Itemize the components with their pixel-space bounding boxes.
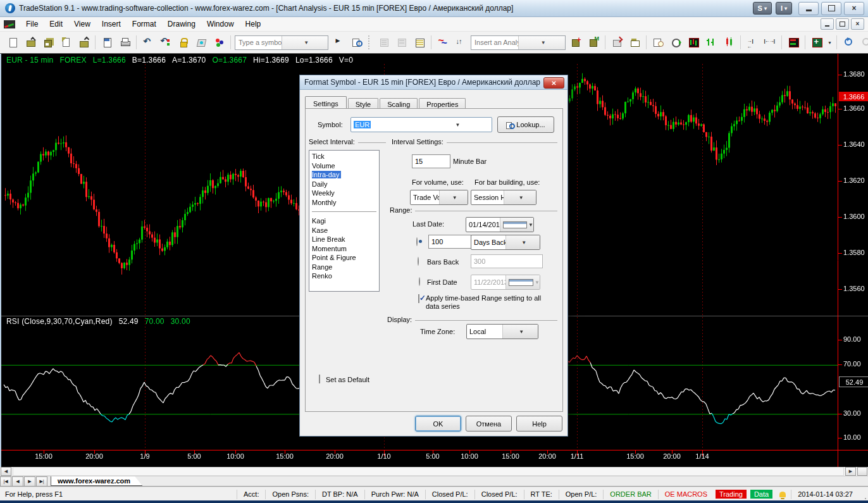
bar-building-dropdown[interactable]: Session Hours▼ [471,190,536,205]
shortcuts-i-button[interactable]: I▾ [776,2,792,15]
analysis-group-combo[interactable]: Insert an Analysis Group▼ [471,35,566,50]
calendar-dropdown-icon[interactable]: ▼ [500,218,534,232]
help-button[interactable]: Help [516,416,562,432]
interval-option[interactable]: Weekly [309,189,379,198]
save-macro-button[interactable] [585,34,602,51]
zoom-in-button[interactable] [840,34,857,51]
dialog-close-button[interactable]: ✕ [543,77,564,89]
workspace-tab[interactable]: www.forex-warez.com [51,476,142,486]
menu-file[interactable]: File [20,18,44,30]
alert-bell-icon[interactable] [779,492,786,497]
import-page-button[interactable] [58,34,74,51]
symbol-combobox[interactable]: EUR ▼ [350,117,492,132]
folder-up-button[interactable] [75,34,92,51]
restore-button[interactable] [821,2,841,15]
menu-insert[interactable]: Insert [96,18,127,30]
interval-option[interactable]: Renko [309,271,379,281]
chart-folder-button[interactable] [626,34,643,51]
interval-option[interactable]: Tick [309,152,379,161]
tab-prev-button[interactable]: ◀ [12,476,23,487]
save-all-button[interactable] [40,34,56,51]
tab-first-button[interactable]: |◀ [0,476,11,487]
scroll-left-button[interactable]: ◀ [1,467,11,476]
child-restore-button[interactable] [836,18,849,30]
symbol-lookup-button[interactable] [348,34,364,51]
go-arrow-button[interactable] [330,34,347,51]
tick-bars-button[interactable] [703,34,719,51]
ok-button[interactable]: OK [415,416,461,432]
scrollbar-track[interactable] [13,467,844,476]
menu-window[interactable]: Window [201,18,240,30]
chevron-down-icon[interactable]: ▼ [518,36,566,49]
range-unit-dropdown[interactable]: Days Back▼ [471,235,540,250]
order-bar-indicator[interactable]: ORDER BAR [603,490,657,499]
apply-range-checkbox[interactable] [418,294,419,303]
interval-option[interactable]: Range [309,263,379,272]
menu-edit[interactable]: Edit [44,18,68,30]
pan-chart-button[interactable] [809,34,825,51]
child-minimize-button[interactable] [821,18,834,30]
bars-back-input[interactable]: 300 [471,254,543,268]
scroll-right-button[interactable]: ▶ [845,467,856,476]
close-button[interactable]: × [844,2,864,15]
volume-source-dropdown[interactable]: Trade Vol▼ [410,190,468,205]
symbol-command-combo[interactable]: Type a symbol/command▼ [235,35,328,50]
interval-listbox[interactable]: TickVolumeIntra-dayDailyWeeklyMonthlyKag… [309,150,380,292]
calendar-clock-button[interactable] [650,34,666,51]
menu-view[interactable]: View [68,18,96,30]
days-back-radio[interactable] [416,237,418,246]
resize-grip[interactable] [859,487,868,501]
interval-option[interactable]: Kase [309,226,379,235]
print-preview-button[interactable] [99,34,115,51]
cancel-button[interactable]: Отмена [466,416,512,432]
undo-arrow-button[interactable] [140,34,156,51]
compress-bars-button[interactable] [744,34,760,51]
interval-option[interactable]: Monthly [309,198,379,208]
minimize-button[interactable] [798,2,819,15]
chart-wave-button[interactable] [435,34,451,51]
interval-option[interactable]: Point & Figure [309,253,379,263]
dialog-title-bar[interactable]: Format Symbol - EUR 15 min [FOREX] Евро … [300,75,567,90]
lookup-button[interactable]: Lookup... [497,116,554,133]
candle-style-button[interactable] [721,34,737,51]
tab-next-button[interactable]: ▶ [24,476,35,487]
menu-help[interactable]: Help [240,18,267,30]
shortcuts-s-button[interactable]: S▾ [753,2,772,15]
last-date-picker[interactable]: 01/14/2014 ▼ [466,217,534,232]
new-document-button[interactable] [4,34,21,51]
days-back-input[interactable]: 100 [428,235,471,249]
chevron-down-icon[interactable]: ▼ [421,118,492,132]
first-date-picker[interactable]: 11/22/2013 ▼ [471,275,540,290]
interval-option[interactable]: Volume [309,161,379,171]
oe-macros-indicator[interactable]: OE MACROS [658,490,714,499]
time-zone-dropdown[interactable]: Local▼ [466,324,538,339]
set-as-default-checkbox[interactable] [319,375,320,383]
interval-option[interactable]: Line Break [309,235,379,244]
expand-bars-button[interactable] [762,34,778,51]
tab-last-button[interactable]: ▶| [36,476,47,487]
volume-bars-button[interactable] [685,34,702,51]
save-analysis-button[interactable] [567,34,584,51]
color-bars-button[interactable] [785,34,802,51]
symbol-wand-button[interactable] [193,34,209,51]
bars-back-radio[interactable] [418,257,419,266]
object-colors-button[interactable] [211,34,227,51]
menu-drawing[interactable]: Drawing [162,18,201,30]
session-clock-button[interactable] [667,34,684,51]
interval-option[interactable]: Momentum [309,244,379,254]
redo-colored-button[interactable] [158,34,174,51]
interval-option[interactable]: Kagi [309,216,379,226]
print-button[interactable] [116,34,133,51]
lock-button[interactable] [175,34,192,51]
child-close-button[interactable]: × [851,18,864,30]
pan-options-dropdown[interactable]: ▾ [826,35,834,49]
chevron-down-icon[interactable]: ▼ [282,36,328,49]
chart-send-button[interactable] [609,34,625,51]
menu-format[interactable]: Format [127,18,162,30]
first-date-radio[interactable] [419,277,420,286]
sort-updown-button[interactable] [452,34,469,51]
interval-option[interactable]: Intra-day [309,170,379,180]
spreadsheet-button[interactable] [411,34,428,51]
minutes-input[interactable]: 15 [412,154,450,168]
interval-option[interactable]: Daily [309,180,379,189]
